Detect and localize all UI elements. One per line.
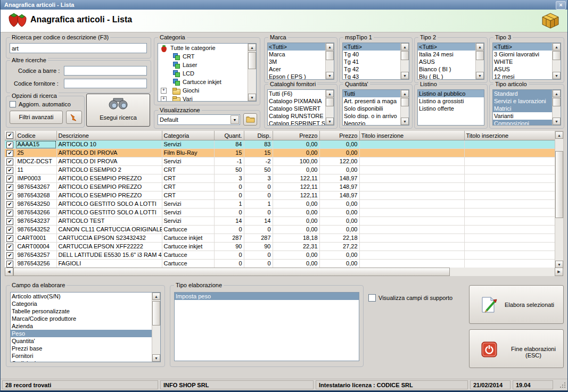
scroll-thumb[interactable] — [553, 51, 561, 60]
list-item[interactable]: Art. presenti a maga — [343, 97, 400, 105]
scroll-thumb[interactable] — [553, 98, 561, 106]
list-item[interactable]: WHITE — [493, 58, 552, 65]
advanced-filters-arrow-button[interactable] — [66, 111, 82, 124]
grid-vertical-scrollbar[interactable]: ▲▼ — [555, 131, 564, 269]
title-bar[interactable]: Anagrafica articoli - Lista × — [1, 0, 567, 10]
list-item[interactable]: Catalog RUNSTORE — [268, 112, 325, 120]
category-tree-item[interactable]: LCD — [158, 69, 248, 78]
list-item[interactable]: Codici a barre — [11, 360, 152, 362]
list-item[interactable]: Negozio — [343, 120, 400, 125]
list-item[interactable]: Varianti — [493, 112, 552, 120]
table-row[interactable]: ✔9876543267ARTICOLO ESEMPIO PREZZOCRT001… — [5, 183, 555, 191]
category-tree[interactable]: Tutte le categorieCRTLaserLCDCartucce in… — [158, 44, 248, 101]
table-row[interactable]: ✔CART0001CARTUCCIA EPSON S23432432Cartuc… — [5, 234, 555, 243]
table-row[interactable]: ✔9876543252CANON CL11 CARTUCCIA ORIGINAL… — [5, 226, 555, 234]
table-row[interactable]: ✔9876543237ARTICOLO TESTServizi14140,000… — [5, 217, 555, 226]
tipo2-scrollbar[interactable]: ▲▼ — [475, 43, 484, 79]
scroll-up-button[interactable]: ▲ — [326, 90, 334, 97]
row-checkbox[interactable]: ✔ — [6, 218, 13, 225]
run-search-button[interactable]: Esegui ricerca — [86, 94, 150, 127]
scroll-track[interactable] — [401, 97, 409, 118]
row-checkbox[interactable]: ✔ — [6, 184, 13, 191]
row-checkbox[interactable]: ✔ — [6, 193, 13, 199]
resize-grip[interactable] — [560, 383, 565, 389]
tipo3-scrollbar[interactable]: ▲▼ — [552, 43, 561, 79]
scroll-track[interactable] — [248, 51, 256, 94]
list-item[interactable]: Prezzi base — [11, 345, 152, 352]
list-item[interactable]: Categoria — [11, 300, 152, 307]
list-item[interactable]: <Tutti> — [493, 43, 552, 51]
scroll-down-button[interactable]: ▼ — [401, 118, 409, 125]
scroll-thumb[interactable] — [401, 98, 409, 106]
list-item[interactable]: Tg 40 — [343, 51, 400, 58]
category-tree-item[interactable]: CRT — [158, 52, 248, 61]
category-tree-item[interactable]: +Giochi — [158, 86, 248, 95]
open-folder-button[interactable] — [243, 113, 257, 126]
list-item[interactable]: Acer — [268, 65, 325, 73]
quantita-scrollbar[interactable]: ▲▼ — [400, 90, 409, 125]
list-item[interactable]: Azienda — [11, 322, 152, 330]
tipo-articolo-listbox[interactable]: StandardServizi e lavorazioniMatriciVari… — [493, 90, 552, 125]
scroll-track[interactable] — [326, 51, 334, 72]
expand-icon[interactable]: + — [161, 96, 167, 101]
row-checkbox[interactable]: ✔ — [6, 150, 13, 157]
list-item[interactable]: Listino al pubblico — [418, 90, 484, 97]
column-header[interactable]: Descrizione — [56, 131, 162, 140]
column-header[interactable]: Prezzo — [319, 131, 359, 140]
table-row[interactable]: ✔9876543266ARTICOLO GESTITO SOLO A LOTTI… — [5, 208, 555, 217]
list-item[interactable]: Standard — [493, 90, 552, 97]
column-header[interactable]: Titolo inserzione — [359, 131, 464, 140]
expand-icon[interactable]: + — [161, 88, 167, 94]
barcode-input[interactable] — [64, 66, 147, 76]
list-item[interactable]: Tabelle personalizzate — [11, 307, 152, 315]
table-row[interactable]: ✔9876543256FAGIOLICartucce000,000,00 — [5, 260, 555, 268]
column-header[interactable]: Categoria — [162, 131, 214, 140]
scroll-up-button[interactable]: ▲ — [553, 43, 561, 51]
list-item[interactable]: <Tutti> — [343, 43, 400, 51]
list-item[interactable]: Marca — [268, 51, 325, 58]
table-row[interactable]: ✔AAAA15ARTICOLO 10Servizi84830,000,00 — [5, 140, 555, 149]
scroll-up-button[interactable]: ▲ — [401, 90, 409, 97]
grid-horizontal-scrollbar[interactable]: ◀ ▶ — [5, 268, 563, 276]
tipo2-listbox[interactable]: <Tutti>Italia 24 mesiASUSBianco ( BI )Bl… — [418, 43, 475, 79]
column-header[interactable]: Disp. — [244, 131, 273, 140]
list-item[interactable]: <Tutti> — [268, 43, 325, 51]
scroll-down-button[interactable]: ▼ — [326, 72, 334, 79]
table-row[interactable]: ✔9876543250ARTICOLO GESTITO SOLO A LOTTI… — [5, 200, 555, 208]
scroll-down-button[interactable]: ▼ — [248, 94, 256, 101]
column-header[interactable]: Prezzo — [273, 131, 319, 140]
scroll-down-button[interactable]: ▼ — [553, 72, 561, 79]
list-item[interactable]: 12 mesi — [493, 73, 552, 79]
list-item[interactable]: ASUS — [493, 65, 552, 73]
scroll-left-button[interactable]: ◀ — [5, 268, 13, 276]
category-tree-item[interactable]: Cartucce inkjet — [158, 78, 248, 86]
list-item[interactable]: Marca/Codice produttore — [11, 315, 152, 322]
scroll-up-button[interactable]: ▲ — [555, 131, 563, 139]
scroll-up-button[interactable]: ▲ — [248, 44, 256, 51]
visualizzazione-select[interactable]: Default ▼ — [158, 114, 240, 125]
row-checkbox[interactable]: ✔ — [6, 167, 13, 174]
scroll-track[interactable] — [326, 97, 334, 118]
list-item[interactable]: Blu ( BL ) — [418, 73, 475, 79]
scroll-thumb[interactable] — [326, 98, 334, 106]
table-row[interactable]: ✔25ARTICOLO DI PROVAFilm Blu-Ray15150,00… — [5, 149, 555, 157]
list-item[interactable]: ASUS — [418, 58, 475, 65]
close-button[interactable]: × — [556, 1, 566, 10]
select-all-checkbox[interactable]: ✔ — [6, 132, 13, 139]
scroll-right-button[interactable]: ▶ — [555, 268, 563, 276]
quantita-listbox[interactable]: TuttiArt. presenti a magaSolo disponibil… — [343, 90, 400, 125]
advanced-filters-button[interactable]: Filtri avanzati — [10, 111, 63, 124]
dropdown-arrow-icon[interactable]: ▼ — [231, 115, 239, 124]
row-checkbox[interactable]: ✔ — [6, 252, 13, 259]
list-item[interactable]: Matrici — [493, 105, 552, 112]
tipo3-listbox[interactable]: <Tutti>3 Giorni lavorativiWHITEASUS12 me… — [493, 43, 552, 79]
scroll-down-button[interactable]: ▼ — [476, 72, 484, 79]
category-tree-item[interactable]: Tutte le categorie — [158, 44, 248, 52]
support-fields-checkbox[interactable] — [368, 294, 376, 302]
scroll-thumb[interactable] — [555, 151, 563, 218]
scroll-up-button[interactable]: ▲ — [476, 43, 484, 51]
scroll-track[interactable] — [152, 300, 160, 354]
scroll-track[interactable] — [553, 97, 561, 118]
scroll-down-button[interactable]: ▼ — [401, 72, 409, 79]
column-header[interactable]: Quant. — [214, 131, 244, 140]
